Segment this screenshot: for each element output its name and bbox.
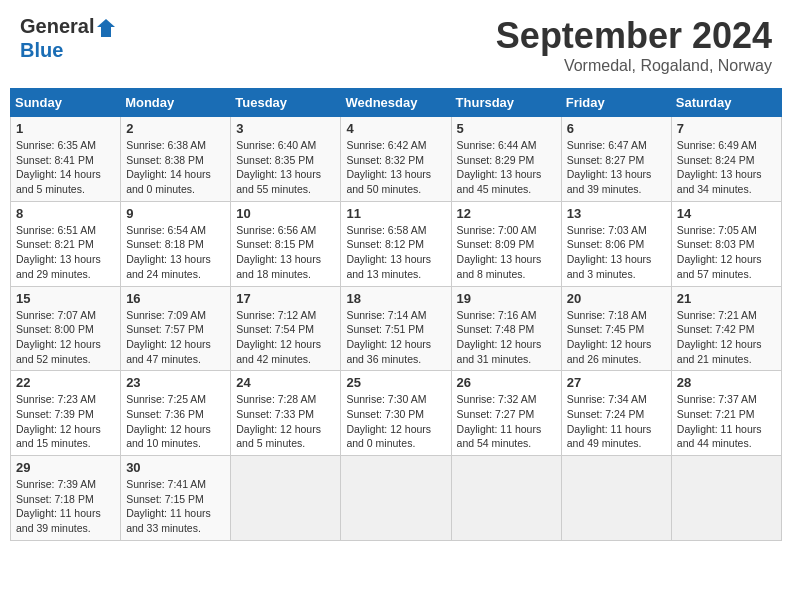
calendar-cell: 19Sunrise: 7:16 AMSunset: 7:48 PMDayligh…	[451, 286, 561, 371]
day-number: 18	[346, 291, 445, 306]
day-info: Sunrise: 7:14 AMSunset: 7:51 PMDaylight:…	[346, 308, 445, 367]
day-number: 17	[236, 291, 335, 306]
month-title: September 2024	[496, 15, 772, 57]
calendar-cell: 7Sunrise: 6:49 AMSunset: 8:24 PMDaylight…	[671, 117, 781, 202]
calendar-cell: 21Sunrise: 7:21 AMSunset: 7:42 PMDayligh…	[671, 286, 781, 371]
calendar-cell: 14Sunrise: 7:05 AMSunset: 8:03 PMDayligh…	[671, 201, 781, 286]
day-info: Sunrise: 7:23 AMSunset: 7:39 PMDaylight:…	[16, 392, 115, 451]
day-info: Sunrise: 6:38 AMSunset: 8:38 PMDaylight:…	[126, 138, 225, 197]
day-info: Sunrise: 7:09 AMSunset: 7:57 PMDaylight:…	[126, 308, 225, 367]
day-number: 15	[16, 291, 115, 306]
logo-blue: Blue	[20, 39, 117, 61]
day-info: Sunrise: 6:51 AMSunset: 8:21 PMDaylight:…	[16, 223, 115, 282]
day-info: Sunrise: 6:44 AMSunset: 8:29 PMDaylight:…	[457, 138, 556, 197]
calendar-week-row: 22Sunrise: 7:23 AMSunset: 7:39 PMDayligh…	[11, 371, 782, 456]
logo-icon	[95, 17, 117, 39]
day-info: Sunrise: 7:05 AMSunset: 8:03 PMDaylight:…	[677, 223, 776, 282]
calendar-week-row: 29Sunrise: 7:39 AMSunset: 7:18 PMDayligh…	[11, 456, 782, 541]
calendar-cell: 3Sunrise: 6:40 AMSunset: 8:35 PMDaylight…	[231, 117, 341, 202]
calendar-cell: 10Sunrise: 6:56 AMSunset: 8:15 PMDayligh…	[231, 201, 341, 286]
day-number: 4	[346, 121, 445, 136]
calendar-cell: 9Sunrise: 6:54 AMSunset: 8:18 PMDaylight…	[121, 201, 231, 286]
day-info: Sunrise: 7:07 AMSunset: 8:00 PMDaylight:…	[16, 308, 115, 367]
calendar-week-row: 15Sunrise: 7:07 AMSunset: 8:00 PMDayligh…	[11, 286, 782, 371]
col-friday: Friday	[561, 89, 671, 117]
day-info: Sunrise: 7:37 AMSunset: 7:21 PMDaylight:…	[677, 392, 776, 451]
calendar-cell	[671, 456, 781, 541]
day-info: Sunrise: 7:30 AMSunset: 7:30 PMDaylight:…	[346, 392, 445, 451]
calendar-cell: 30Sunrise: 7:41 AMSunset: 7:15 PMDayligh…	[121, 456, 231, 541]
day-number: 12	[457, 206, 556, 221]
day-info: Sunrise: 6:42 AMSunset: 8:32 PMDaylight:…	[346, 138, 445, 197]
title-area: September 2024 Vormedal, Rogaland, Norwa…	[496, 15, 772, 75]
day-info: Sunrise: 7:25 AMSunset: 7:36 PMDaylight:…	[126, 392, 225, 451]
calendar-cell	[341, 456, 451, 541]
calendar-cell: 23Sunrise: 7:25 AMSunset: 7:36 PMDayligh…	[121, 371, 231, 456]
day-info: Sunrise: 7:12 AMSunset: 7:54 PMDaylight:…	[236, 308, 335, 367]
calendar-cell: 22Sunrise: 7:23 AMSunset: 7:39 PMDayligh…	[11, 371, 121, 456]
logo: General Blue	[20, 15, 117, 61]
calendar-cell	[561, 456, 671, 541]
calendar-cell: 6Sunrise: 6:47 AMSunset: 8:27 PMDaylight…	[561, 117, 671, 202]
col-thursday: Thursday	[451, 89, 561, 117]
day-number: 30	[126, 460, 225, 475]
calendar-cell: 5Sunrise: 6:44 AMSunset: 8:29 PMDaylight…	[451, 117, 561, 202]
calendar-cell: 8Sunrise: 6:51 AMSunset: 8:21 PMDaylight…	[11, 201, 121, 286]
calendar-cell: 15Sunrise: 7:07 AMSunset: 8:00 PMDayligh…	[11, 286, 121, 371]
calendar-table: Sunday Monday Tuesday Wednesday Thursday…	[10, 88, 782, 541]
day-info: Sunrise: 7:18 AMSunset: 7:45 PMDaylight:…	[567, 308, 666, 367]
day-info: Sunrise: 6:35 AMSunset: 8:41 PMDaylight:…	[16, 138, 115, 197]
day-number: 29	[16, 460, 115, 475]
calendar-cell: 28Sunrise: 7:37 AMSunset: 7:21 PMDayligh…	[671, 371, 781, 456]
page-header: General Blue September 2024 Vormedal, Ro…	[10, 10, 782, 80]
logo-general: General	[20, 15, 94, 37]
day-number: 3	[236, 121, 335, 136]
calendar-cell: 24Sunrise: 7:28 AMSunset: 7:33 PMDayligh…	[231, 371, 341, 456]
day-info: Sunrise: 6:49 AMSunset: 8:24 PMDaylight:…	[677, 138, 776, 197]
day-info: Sunrise: 7:03 AMSunset: 8:06 PMDaylight:…	[567, 223, 666, 282]
day-number: 27	[567, 375, 666, 390]
day-info: Sunrise: 7:28 AMSunset: 7:33 PMDaylight:…	[236, 392, 335, 451]
calendar-cell	[231, 456, 341, 541]
day-number: 20	[567, 291, 666, 306]
col-tuesday: Tuesday	[231, 89, 341, 117]
day-number: 1	[16, 121, 115, 136]
day-number: 16	[126, 291, 225, 306]
location-title: Vormedal, Rogaland, Norway	[496, 57, 772, 75]
day-number: 7	[677, 121, 776, 136]
calendar-week-row: 1Sunrise: 6:35 AMSunset: 8:41 PMDaylight…	[11, 117, 782, 202]
day-number: 11	[346, 206, 445, 221]
calendar-cell: 18Sunrise: 7:14 AMSunset: 7:51 PMDayligh…	[341, 286, 451, 371]
day-number: 2	[126, 121, 225, 136]
calendar-cell: 27Sunrise: 7:34 AMSunset: 7:24 PMDayligh…	[561, 371, 671, 456]
day-number: 19	[457, 291, 556, 306]
calendar-cell: 11Sunrise: 6:58 AMSunset: 8:12 PMDayligh…	[341, 201, 451, 286]
calendar-cell: 17Sunrise: 7:12 AMSunset: 7:54 PMDayligh…	[231, 286, 341, 371]
day-number: 26	[457, 375, 556, 390]
day-info: Sunrise: 7:21 AMSunset: 7:42 PMDaylight:…	[677, 308, 776, 367]
day-info: Sunrise: 7:16 AMSunset: 7:48 PMDaylight:…	[457, 308, 556, 367]
calendar-cell: 16Sunrise: 7:09 AMSunset: 7:57 PMDayligh…	[121, 286, 231, 371]
day-number: 22	[16, 375, 115, 390]
calendar-cell: 13Sunrise: 7:03 AMSunset: 8:06 PMDayligh…	[561, 201, 671, 286]
col-wednesday: Wednesday	[341, 89, 451, 117]
day-number: 10	[236, 206, 335, 221]
day-number: 28	[677, 375, 776, 390]
day-info: Sunrise: 7:39 AMSunset: 7:18 PMDaylight:…	[16, 477, 115, 536]
calendar-week-row: 8Sunrise: 6:51 AMSunset: 8:21 PMDaylight…	[11, 201, 782, 286]
calendar-cell: 12Sunrise: 7:00 AMSunset: 8:09 PMDayligh…	[451, 201, 561, 286]
col-sunday: Sunday	[11, 89, 121, 117]
day-number: 24	[236, 375, 335, 390]
day-number: 25	[346, 375, 445, 390]
calendar-cell: 2Sunrise: 6:38 AMSunset: 8:38 PMDaylight…	[121, 117, 231, 202]
day-info: Sunrise: 6:54 AMSunset: 8:18 PMDaylight:…	[126, 223, 225, 282]
day-info: Sunrise: 6:40 AMSunset: 8:35 PMDaylight:…	[236, 138, 335, 197]
day-number: 23	[126, 375, 225, 390]
calendar-cell	[451, 456, 561, 541]
calendar-cell: 1Sunrise: 6:35 AMSunset: 8:41 PMDaylight…	[11, 117, 121, 202]
calendar-cell: 4Sunrise: 6:42 AMSunset: 8:32 PMDaylight…	[341, 117, 451, 202]
col-saturday: Saturday	[671, 89, 781, 117]
day-number: 21	[677, 291, 776, 306]
day-info: Sunrise: 7:41 AMSunset: 7:15 PMDaylight:…	[126, 477, 225, 536]
day-info: Sunrise: 7:32 AMSunset: 7:27 PMDaylight:…	[457, 392, 556, 451]
